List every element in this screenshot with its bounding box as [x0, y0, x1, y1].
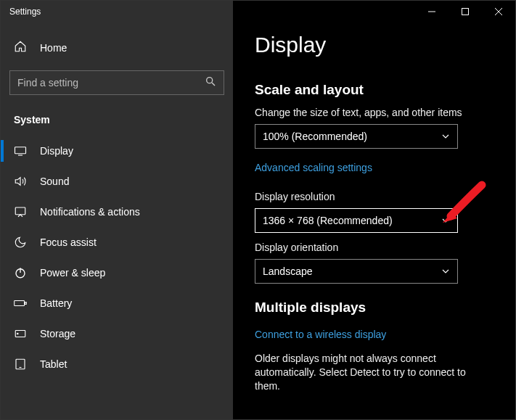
svg-point-10	[17, 333, 19, 334]
nav-list: Display Sound Notifications & actions Fo…	[1, 136, 233, 379]
display-icon	[14, 144, 27, 157]
svg-rect-4	[15, 207, 25, 215]
window-title: Settings	[1, 1, 233, 22]
power-icon	[14, 266, 27, 279]
multiple-displays-desc: Older displays might not always connect …	[255, 352, 487, 393]
resolution-dropdown[interactable]: 1366 × 768 (Recommended)	[255, 208, 458, 233]
sidebar-item-label: Focus assist	[40, 236, 97, 248]
content-pane: Display Scale and layout Change the size…	[233, 1, 515, 419]
search-box[interactable]	[9, 70, 224, 95]
minimize-button[interactable]	[415, 1, 449, 22]
page-title: Display	[255, 33, 494, 57]
svg-rect-7	[15, 301, 25, 306]
scale-value: 100% (Recommended)	[263, 131, 367, 142]
sidebar-item-focus-assist[interactable]: Focus assist	[1, 227, 233, 258]
chevron-down-icon	[441, 216, 450, 225]
svg-rect-8	[25, 302, 26, 305]
connect-wireless-link[interactable]: Connect to a wireless display	[255, 329, 386, 340]
sidebar-item-sound[interactable]: Sound	[1, 166, 233, 197]
settings-window: Settings Home System Display	[1, 1, 515, 419]
scale-label: Change the size of text, apps, and other…	[255, 107, 494, 118]
chevron-down-icon	[441, 132, 450, 141]
multiple-displays-heading: Multiple displays	[255, 300, 494, 316]
sidebar-item-label: Notifications & actions	[40, 206, 140, 218]
sidebar-item-label: Display	[40, 145, 73, 157]
scale-heading: Scale and layout	[255, 82, 494, 98]
orientation-label: Display orientation	[255, 242, 494, 253]
section-title: System	[1, 108, 233, 136]
orientation-value: Landscape	[263, 265, 313, 277]
sidebar-item-label: Battery	[40, 297, 72, 309]
sidebar-item-power-sleep[interactable]: Power & sleep	[1, 258, 233, 288]
sidebar-item-label: Tablet	[40, 358, 67, 370]
battery-icon	[14, 297, 27, 310]
sidebar-item-notifications[interactable]: Notifications & actions	[1, 197, 233, 227]
focus-assist-icon	[14, 236, 27, 249]
scale-dropdown[interactable]: 100% (Recommended)	[255, 124, 458, 149]
notifications-icon	[14, 205, 27, 218]
sidebar: Settings Home System Display	[1, 1, 233, 419]
storage-icon	[14, 327, 27, 340]
search-icon	[205, 75, 216, 90]
sidebar-item-battery[interactable]: Battery	[1, 288, 233, 318]
advanced-scaling-link[interactable]: Advanced scaling settings	[255, 162, 372, 173]
maximize-button[interactable]	[449, 1, 482, 22]
home-label: Home	[40, 42, 67, 54]
home-icon	[14, 40, 27, 56]
sound-icon	[14, 175, 27, 188]
sidebar-item-label: Storage	[40, 328, 75, 339]
svg-point-0	[207, 78, 213, 83]
window-controls	[415, 1, 515, 22]
tablet-icon	[14, 358, 27, 371]
close-button[interactable]	[482, 1, 515, 22]
sidebar-item-label: Sound	[40, 176, 69, 187]
sidebar-item-display[interactable]: Display	[1, 136, 233, 166]
svg-line-1	[212, 83, 215, 86]
svg-rect-2	[15, 147, 26, 154]
resolution-value: 1366 × 768 (Recommended)	[263, 215, 393, 226]
sidebar-item-storage[interactable]: Storage	[1, 318, 233, 349]
resolution-label: Display resolution	[255, 191, 494, 202]
home-nav-item[interactable]: Home	[1, 33, 233, 63]
sidebar-item-label: Power & sleep	[40, 267, 105, 279]
search-input[interactable]	[17, 77, 205, 88]
orientation-dropdown[interactable]: Landscape	[255, 259, 458, 284]
chevron-down-icon	[441, 267, 450, 276]
sidebar-item-tablet[interactable]: Tablet	[1, 349, 233, 379]
svg-rect-14	[462, 9, 469, 15]
